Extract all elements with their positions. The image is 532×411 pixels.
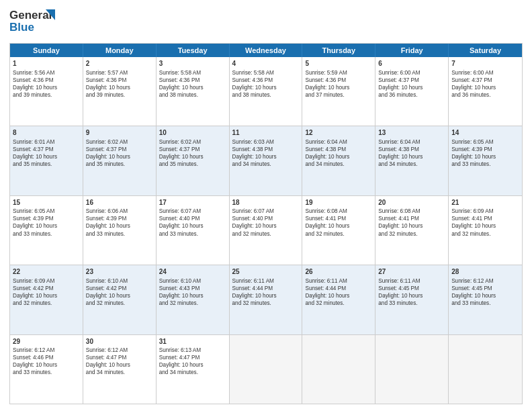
day-number: 8 bbox=[13, 128, 80, 138]
day-info-line: and 33 minutes. bbox=[451, 300, 519, 307]
day-info-line: Sunset: 4:45 PM bbox=[378, 285, 445, 292]
calendar-cell: 21Sunrise: 6:09 AMSunset: 4:41 PMDayligh… bbox=[449, 196, 522, 265]
day-info-line: Daylight: 10 hours bbox=[159, 222, 226, 230]
calendar-cell: 18Sunrise: 6:07 AMSunset: 4:40 PMDayligh… bbox=[230, 196, 303, 265]
day-info-line: and 34 minutes. bbox=[305, 161, 372, 168]
day-info-line: Daylight: 10 hours bbox=[86, 153, 153, 161]
day-info-line: Daylight: 10 hours bbox=[451, 222, 519, 230]
day-info-line: Sunrise: 6:03 AM bbox=[232, 138, 300, 146]
day-info-line: Sunset: 4:39 PM bbox=[86, 215, 153, 222]
calendar-cell: 20Sunrise: 6:08 AMSunset: 4:41 PMDayligh… bbox=[375, 196, 449, 265]
day-info-line: Sunrise: 6:11 AM bbox=[305, 277, 372, 285]
day-number: 13 bbox=[378, 128, 445, 138]
calendar-cell: 3Sunrise: 5:58 AMSunset: 4:36 PMDaylight… bbox=[157, 57, 230, 126]
day-info-line: and 36 minutes. bbox=[451, 91, 519, 99]
day-info-line: Daylight: 10 hours bbox=[13, 84, 80, 91]
day-info-line: Sunrise: 5:56 AM bbox=[13, 69, 80, 77]
calendar-cell: 23Sunrise: 6:10 AMSunset: 4:42 PMDayligh… bbox=[83, 265, 157, 334]
day-info-line: and 33 minutes. bbox=[378, 300, 445, 307]
day-info-line: Sunrise: 6:08 AM bbox=[305, 208, 372, 215]
day-info-line: Sunrise: 6:13 AM bbox=[159, 347, 226, 354]
calendar-cell: 29Sunrise: 6:12 AMSunset: 4:46 PMDayligh… bbox=[10, 335, 83, 404]
day-info-line: Sunrise: 6:07 AM bbox=[159, 208, 226, 215]
day-info-line: Daylight: 10 hours bbox=[232, 153, 300, 161]
day-info-line: Daylight: 10 hours bbox=[159, 153, 226, 161]
day-info-line: Sunrise: 6:05 AM bbox=[451, 138, 519, 146]
day-info-line: Daylight: 10 hours bbox=[159, 361, 226, 369]
calendar-cell: 28Sunrise: 6:12 AMSunset: 4:45 PMDayligh… bbox=[449, 265, 522, 334]
day-number: 26 bbox=[305, 267, 372, 277]
day-info-line: Sunset: 4:41 PM bbox=[451, 215, 519, 222]
day-info-line: Sunset: 4:44 PM bbox=[232, 285, 300, 292]
day-info-line: Sunset: 4:36 PM bbox=[305, 77, 372, 84]
day-number: 23 bbox=[86, 267, 153, 277]
day-info-line: Daylight: 10 hours bbox=[305, 292, 372, 300]
day-info-line: and 38 minutes. bbox=[232, 91, 300, 99]
calendar-cell: 5Sunrise: 5:59 AMSunset: 4:36 PMDaylight… bbox=[302, 57, 375, 126]
day-info-line: and 32 minutes. bbox=[451, 230, 519, 238]
day-info-line: Sunset: 4:38 PM bbox=[378, 146, 445, 153]
day-info-line: Daylight: 10 hours bbox=[451, 153, 519, 161]
day-info-line: Sunrise: 6:10 AM bbox=[159, 277, 226, 285]
calendar-cell: 8Sunrise: 6:01 AMSunset: 4:37 PMDaylight… bbox=[10, 126, 83, 195]
day-info-line: Daylight: 10 hours bbox=[451, 292, 519, 300]
day-info-line: Daylight: 10 hours bbox=[378, 153, 445, 161]
day-info-line: and 38 minutes. bbox=[159, 91, 226, 99]
day-info-line: Sunrise: 6:12 AM bbox=[86, 347, 153, 354]
day-info-line: Sunrise: 6:09 AM bbox=[451, 208, 519, 215]
calendar-cell: 26Sunrise: 6:11 AMSunset: 4:44 PMDayligh… bbox=[302, 265, 375, 334]
day-info-line: Sunrise: 6:06 AM bbox=[86, 208, 153, 215]
calendar-cell: 14Sunrise: 6:05 AMSunset: 4:39 PMDayligh… bbox=[449, 126, 522, 195]
calendar-cell: 27Sunrise: 6:11 AMSunset: 4:45 PMDayligh… bbox=[375, 265, 449, 334]
logo-svg: General Blue bbox=[9, 7, 60, 36]
calendar-week-1: 1Sunrise: 5:56 AMSunset: 4:36 PMDaylight… bbox=[10, 57, 522, 126]
day-info-line: Daylight: 10 hours bbox=[305, 153, 372, 161]
day-info-line: Sunset: 4:43 PM bbox=[159, 285, 226, 292]
calendar: Sunday Monday Tuesday Wednesday Thursday… bbox=[9, 43, 523, 404]
day-info-line: Sunset: 4:47 PM bbox=[86, 354, 153, 361]
day-info-line: Sunrise: 6:02 AM bbox=[159, 138, 226, 146]
header: General Blue bbox=[9, 7, 523, 39]
day-info-line: Daylight: 10 hours bbox=[86, 84, 153, 91]
day-info-line: Sunset: 4:37 PM bbox=[13, 146, 80, 153]
calendar-week-4: 22Sunrise: 6:09 AMSunset: 4:42 PMDayligh… bbox=[10, 265, 522, 334]
day-info-line: Sunset: 4:41 PM bbox=[305, 215, 372, 222]
day-info-line: Sunset: 4:40 PM bbox=[159, 215, 226, 222]
day-info-line: Daylight: 10 hours bbox=[159, 292, 226, 300]
day-info-line: Sunset: 4:37 PM bbox=[378, 77, 445, 84]
day-info-line: Daylight: 10 hours bbox=[378, 222, 445, 230]
day-info-line: Daylight: 10 hours bbox=[86, 292, 153, 300]
day-info-line: Sunrise: 6:11 AM bbox=[378, 277, 445, 285]
day-number: 31 bbox=[159, 337, 226, 347]
day-info-line: Sunrise: 5:58 AM bbox=[159, 69, 226, 77]
day-number: 12 bbox=[305, 128, 372, 138]
calendar-cell: 10Sunrise: 6:02 AMSunset: 4:37 PMDayligh… bbox=[157, 126, 230, 195]
day-info-line: and 33 minutes. bbox=[13, 369, 80, 376]
day-info-line: Sunset: 4:44 PM bbox=[305, 285, 372, 292]
col-tuesday: Tuesday bbox=[157, 44, 230, 57]
day-info-line: Daylight: 10 hours bbox=[378, 84, 445, 91]
day-info-line: Daylight: 10 hours bbox=[13, 292, 80, 300]
day-info-line: Sunrise: 6:01 AM bbox=[13, 138, 80, 146]
day-info-line: Sunset: 4:42 PM bbox=[13, 285, 80, 292]
calendar-week-3: 15Sunrise: 6:05 AMSunset: 4:39 PMDayligh… bbox=[10, 196, 522, 265]
day-info-line: Daylight: 10 hours bbox=[232, 84, 300, 91]
col-wednesday: Wednesday bbox=[230, 44, 303, 57]
day-info-line: Sunset: 4:41 PM bbox=[378, 215, 445, 222]
day-info-line: and 35 minutes. bbox=[86, 161, 153, 168]
calendar-cell: 16Sunrise: 6:06 AMSunset: 4:39 PMDayligh… bbox=[83, 196, 157, 265]
day-number: 7 bbox=[451, 59, 519, 68]
calendar-cell: 15Sunrise: 6:05 AMSunset: 4:39 PMDayligh… bbox=[10, 196, 83, 265]
day-number: 5 bbox=[305, 59, 372, 68]
calendar-cell bbox=[302, 335, 375, 404]
calendar-cell: 4Sunrise: 5:58 AMSunset: 4:36 PMDaylight… bbox=[230, 57, 303, 126]
day-info-line: and 37 minutes. bbox=[305, 91, 372, 99]
day-info-line: and 32 minutes. bbox=[378, 230, 445, 238]
day-info-line: Daylight: 10 hours bbox=[86, 222, 153, 230]
day-info-line: and 34 minutes. bbox=[378, 161, 445, 168]
day-number: 18 bbox=[232, 198, 300, 208]
day-info-line: Sunset: 4:36 PM bbox=[232, 77, 300, 84]
calendar-cell: 31Sunrise: 6:13 AMSunset: 4:47 PMDayligh… bbox=[157, 335, 230, 404]
day-number: 14 bbox=[451, 128, 519, 138]
day-info-line: and 34 minutes. bbox=[232, 161, 300, 168]
